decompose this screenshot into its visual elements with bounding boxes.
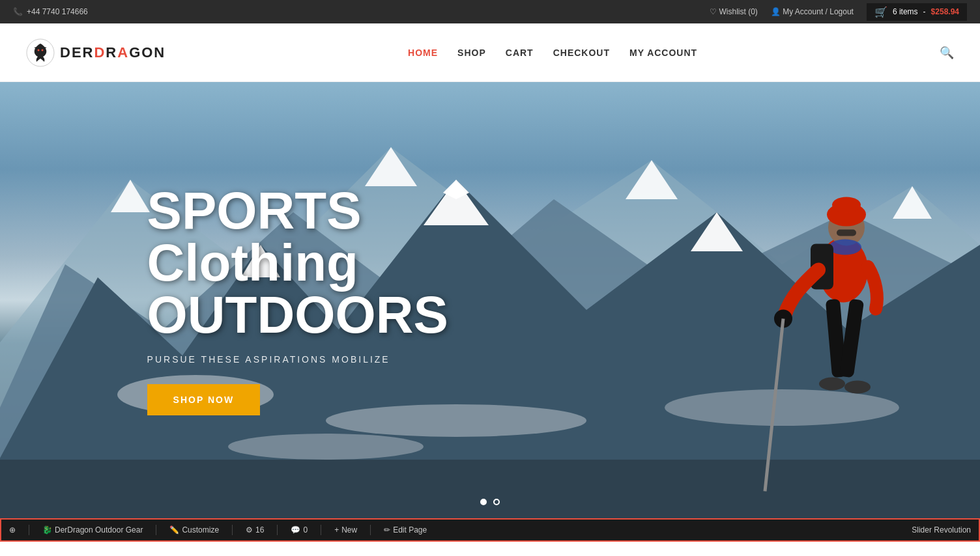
updates-count: 16 (255, 525, 264, 535)
admin-separator-5 (321, 525, 321, 535)
top-bar-left: 📞 +44 7740 174666 (13, 7, 88, 16)
search-icon[interactable]: 🔍 (940, 46, 954, 60)
nav-item-home[interactable]: HOME (408, 47, 438, 59)
nav-link-home[interactable]: HOME (408, 48, 438, 58)
hero-subtitle: PURSUE THESE ASPIRATIONS MOBILIZE (147, 354, 448, 365)
slider-dot-2[interactable] (493, 499, 500, 505)
comments-icon: 💬 (291, 525, 300, 535)
slider-dot-1[interactable] (480, 499, 487, 505)
wishlist-icon: ♡ (710, 7, 717, 16)
svg-point-1 (38, 49, 40, 51)
new-icon: + (334, 525, 339, 535)
svg-point-24 (829, 240, 861, 255)
nav-links: HOME SHOP CART CHECKOUT MY ACCOUNT (408, 47, 697, 59)
shop-now-button[interactable]: SHOP NOW (147, 384, 261, 415)
slider-dots (480, 499, 500, 505)
cart-items-count: 6 items (893, 7, 918, 16)
phone-icon: 📞 (13, 7, 23, 16)
hero-content: SPORTS Clothing OUTDOORS PURSUE THESE AS… (147, 185, 448, 415)
svg-rect-23 (837, 230, 856, 236)
navbar: DERDRAGON HOME SHOP CART CHECKOUT MY ACC… (0, 23, 980, 82)
admin-wp-icon[interactable]: ⊕ (9, 525, 16, 535)
admin-comments[interactable]: 💬 0 (291, 525, 308, 535)
nav-link-myaccount[interactable]: MY ACCOUNT (629, 48, 697, 58)
admin-slider-revolution[interactable]: Slider Revolution (912, 525, 971, 535)
nav-item-shop[interactable]: SHOP (457, 47, 486, 59)
admin-site-label: DerDragon Outdoor Gear (55, 525, 143, 535)
cart-icon: 🛒 (874, 6, 887, 18)
account-icon: 👤 (771, 7, 781, 16)
nav-link-checkout[interactable]: CHECKOUT (553, 48, 610, 58)
edit-label: Edit Page (393, 525, 427, 535)
admin-updates[interactable]: ⚙ 16 (246, 525, 264, 535)
svg-point-30 (819, 378, 845, 391)
phone-number: +44 7740 174666 (27, 7, 88, 16)
logo-link[interactable]: DERDRAGON (26, 38, 166, 67)
svg-line-27 (765, 319, 783, 492)
nav-item-cart[interactable]: CART (506, 47, 534, 59)
admin-separator-4 (277, 525, 278, 535)
svg-point-22 (832, 197, 861, 213)
slider-revolution-label: Slider Revolution (912, 525, 971, 535)
svg-point-2 (42, 49, 44, 51)
new-label: New (341, 525, 357, 535)
admin-edit-page[interactable]: ✏ Edit Page (384, 525, 427, 535)
hero-title-outdoors: OUTDOORS (147, 289, 448, 341)
hero-section: SPORTS Clothing OUTDOORS PURSUE THESE AS… (0, 82, 980, 518)
hiker-figure (745, 126, 941, 518)
admin-separator-2 (156, 525, 156, 535)
svg-point-17 (228, 434, 424, 460)
updates-icon: ⚙ (246, 525, 253, 535)
wishlist-label: Wishlist (0) (719, 7, 758, 16)
comments-count: 0 (303, 525, 308, 535)
admin-dragon-icon: 🐉 (42, 525, 52, 535)
admin-site-name[interactable]: 🐉 DerDragon Outdoor Gear (42, 525, 143, 535)
nav-link-shop[interactable]: SHOP (457, 48, 486, 58)
svg-point-31 (844, 381, 871, 394)
cart-widget[interactable]: 🛒 6 items - $258.94 (867, 3, 967, 21)
cart-price: $258.94 (931, 7, 959, 16)
admin-new[interactable]: + New (334, 525, 357, 535)
wp-icon: ⊕ (9, 525, 16, 535)
customize-label: Customize (182, 525, 219, 535)
admin-separator-1 (29, 525, 29, 535)
nav-item-checkout[interactable]: CHECKOUT (553, 47, 610, 59)
hero-title-sports: SPORTS (147, 185, 448, 237)
hero-title-clothing: Clothing (147, 237, 448, 289)
top-bar: 📞 +44 7740 174666 ♡ Wishlist (0) 👤 My Ac… (0, 0, 980, 23)
nav-link-cart[interactable]: CART (506, 48, 534, 58)
nav-item-myaccount[interactable]: MY ACCOUNT (629, 47, 697, 59)
edit-icon: ✏ (384, 525, 390, 535)
customize-icon: ✏️ (169, 525, 179, 535)
admin-separator-6 (370, 525, 371, 535)
logo-text: DERDRAGON (60, 44, 166, 61)
logo-icon (26, 38, 55, 67)
admin-separator-3 (232, 525, 233, 535)
account-label: My Account / Logout (783, 7, 854, 16)
top-bar-right: ♡ Wishlist (0) 👤 My Account / Logout 🛒 6… (710, 3, 967, 21)
wishlist-link[interactable]: ♡ Wishlist (0) (710, 7, 758, 16)
account-link[interactable]: 👤 My Account / Logout (771, 7, 854, 16)
admin-bar: ⊕ 🐉 DerDragon Outdoor Gear ✏️ Customize … (0, 518, 980, 542)
admin-customize[interactable]: ✏️ Customize (169, 525, 219, 535)
